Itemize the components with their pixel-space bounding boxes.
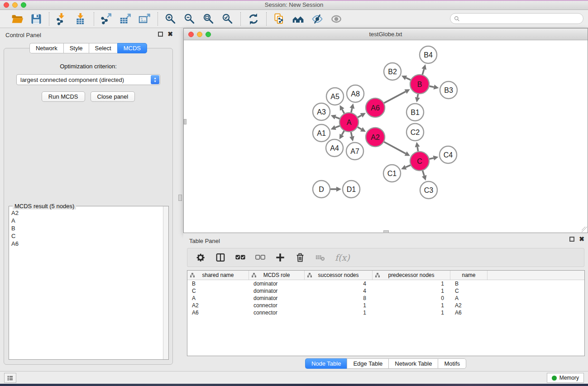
result-item[interactable]: A (10, 217, 163, 224)
table-row[interactable]: A2connector11A2 (187, 302, 584, 309)
cell: C (450, 288, 488, 294)
table-row[interactable]: Bdominator41B (187, 280, 584, 287)
splitter-handle[interactable] (178, 195, 182, 201)
cell: 4 (305, 281, 373, 287)
float-table-panel-icon[interactable] (569, 237, 574, 242)
memory-button[interactable]: Memory (547, 373, 584, 383)
column-header-successor-nodes[interactable]: successor nodes (305, 271, 373, 280)
toggle-graphics-details-button[interactable] (309, 12, 325, 26)
canvas-left-handle[interactable] (184, 119, 186, 124)
add-column-button[interactable] (275, 253, 285, 262)
home-button[interactable] (290, 12, 306, 26)
edge-B-B1[interactable] (417, 94, 418, 98)
deselect-all-button[interactable] (255, 253, 265, 262)
run-mcds-button[interactable]: Run MCDS (42, 91, 85, 102)
network-graph[interactable]: AA1A2A3A4A5A6A7A8BB1B2B3B4CC1C2C3C4DD1 (184, 40, 587, 233)
control-panel: Control Panel ✖ NetworkStyleSelectMCDS O… (0, 28, 177, 371)
node-label-D1: D1 (347, 186, 356, 193)
node-label-A8: A8 (351, 90, 360, 98)
cell: C (187, 288, 249, 294)
open-session-button[interactable] (9, 12, 25, 26)
network-view-window[interactable]: testGlobe.txt AA1A2A3A4A5A6A7A8BB1B2B3B4… (183, 28, 588, 233)
export-table-button[interactable] (118, 12, 134, 26)
show-panels-button[interactable] (4, 373, 16, 383)
table-row[interactable]: A6connector11A6 (187, 309, 584, 316)
arrowhead (422, 175, 426, 181)
tab-network-table[interactable]: Network Table (388, 358, 438, 369)
edge-A6-B[interactable] (384, 91, 406, 103)
table-row[interactable]: Cdominator41C (187, 287, 584, 295)
close-panel-button[interactable]: Close panel (91, 91, 135, 102)
result-scrollbar[interactable] (163, 206, 168, 359)
column-header-shared-name[interactable]: shared name (187, 271, 249, 280)
node-label-C4: C4 (444, 151, 453, 159)
save-session-button[interactable] (28, 12, 44, 26)
edge-A-A3[interactable] (335, 117, 340, 119)
search-box[interactable] (450, 13, 583, 24)
column-header-MCDS-role[interactable]: MCDS role (249, 271, 305, 280)
result-item[interactable]: C (10, 232, 163, 240)
edge-A-A8[interactable] (351, 108, 352, 112)
tab-edge-table[interactable]: Edge Table (347, 358, 388, 369)
edge-A-A1[interactable] (335, 126, 340, 128)
result-item[interactable]: A6 (10, 240, 163, 248)
edge-B-B4[interactable] (422, 69, 424, 75)
edge-B-B2[interactable] (406, 78, 411, 80)
new-network-from-selection-button[interactable] (271, 12, 287, 26)
select-all-button[interactable] (235, 253, 245, 262)
import-table-button[interactable] (73, 12, 89, 26)
tab-motifs[interactable]: Motifs (438, 358, 466, 369)
zoom-fit-button[interactable] (201, 12, 217, 26)
edge-C-C3[interactable] (423, 171, 425, 176)
window-titlebar[interactable]: Session: New Session (0, 0, 588, 10)
export-image-button[interactable] (137, 12, 153, 26)
export-network-button[interactable] (99, 12, 115, 26)
cell: 1 (373, 281, 450, 287)
zoom-in-button[interactable] (163, 12, 179, 26)
edge-A-A4[interactable] (342, 131, 344, 135)
cell: dominator (249, 281, 305, 287)
column-header-predecessor-nodes[interactable]: predecessor nodes (373, 271, 450, 280)
node-table[interactable]: shared nameMCDS rolesuccessor nodesprede… (187, 270, 585, 356)
tab-mcds[interactable]: MCDS (117, 43, 147, 53)
tab-node-table[interactable]: Node Table (305, 358, 347, 369)
zoom-out-button[interactable] (182, 12, 198, 26)
edge-A-A5[interactable] (342, 110, 344, 114)
table-toolbar: f(x) (187, 248, 584, 267)
tab-style[interactable]: Style (63, 43, 89, 53)
edge-A-A6[interactable] (358, 115, 361, 117)
edge-C-C1[interactable] (406, 165, 411, 167)
edge-A2-C[interactable] (384, 142, 406, 153)
network-canvas[interactable]: AA1A2A3A4A5A6A7A8BB1B2B3B4CC1C2C3C4DD1 (184, 40, 587, 233)
open-session-icon (11, 13, 24, 25)
tab-select[interactable]: Select (89, 43, 117, 53)
panel-splitter[interactable] (177, 28, 183, 371)
column-layout-button[interactable] (215, 253, 225, 262)
close-panel-icon[interactable]: ✖ (167, 32, 173, 37)
close-table-panel-icon[interactable]: ✖ (579, 237, 584, 242)
result-item[interactable]: B (10, 224, 163, 232)
edge-C-C4[interactable] (429, 158, 433, 159)
edge-B-B3[interactable] (430, 86, 434, 87)
gear-button[interactable] (196, 253, 206, 262)
window-resize-grip[interactable] (582, 227, 587, 232)
tab-network[interactable]: Network (29, 43, 63, 53)
zoom-selected-button[interactable] (220, 12, 236, 26)
select-stepper-icon: ▲▼ (151, 75, 159, 84)
show-hide-button[interactable] (328, 12, 344, 26)
cell: 1 (305, 302, 373, 309)
edge-A-A7[interactable] (351, 132, 352, 137)
criterion-select[interactable]: largest connected component (directed) ▲… (16, 74, 160, 85)
table-row[interactable]: Adominator80A (187, 295, 584, 302)
result-item[interactable]: A2 (10, 209, 163, 217)
float-panel-icon[interactable] (158, 32, 163, 37)
network-window-titlebar[interactable]: testGlobe.txt (184, 29, 588, 40)
edge-A-A2[interactable] (358, 127, 361, 129)
refresh-layout-button[interactable] (245, 12, 262, 26)
edge-C-C2[interactable] (417, 147, 418, 152)
column-header-name[interactable]: name (450, 271, 488, 280)
import-network-button[interactable] (54, 12, 70, 26)
mcds-result-list[interactable]: A2ABCA6 (10, 209, 163, 359)
search-input[interactable] (460, 14, 583, 23)
delete-column-button[interactable] (295, 253, 305, 262)
